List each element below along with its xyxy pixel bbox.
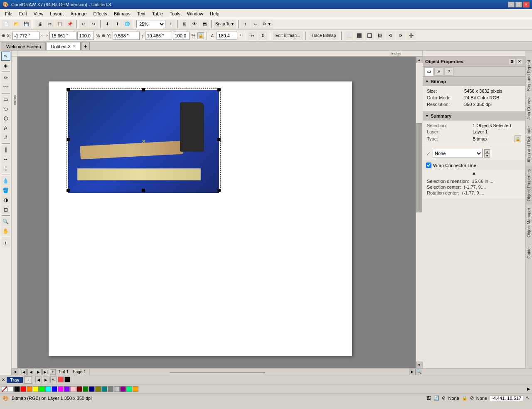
- page-last-button[interactable]: ▶|: [42, 369, 49, 375]
- zoom-in-button[interactable]: +: [166, 20, 175, 29]
- canvas-area[interactable]: ✕: [17, 57, 416, 368]
- bitmap-btn-5[interactable]: ⟲: [386, 31, 395, 40]
- handle-bm[interactable]: [142, 189, 145, 192]
- scroll-down-button[interactable]: ▼: [416, 362, 423, 368]
- connector-dropdown[interactable]: None: [433, 149, 483, 158]
- menu-edit[interactable]: Edit: [16, 10, 30, 17]
- scroll-up-button[interactable]: ▲: [416, 57, 423, 63]
- tray-color-black[interactable]: [64, 377, 70, 382]
- panel-tab-2[interactable]: S: [434, 67, 443, 76]
- polygon-tool[interactable]: ⬡: [1, 114, 10, 123]
- color-swatch-orange[interactable]: [27, 386, 32, 392]
- paste-button[interactable]: 📌: [65, 20, 74, 29]
- color-swatch-lime[interactable]: [126, 386, 132, 392]
- bitmap-object[interactable]: ✕: [68, 90, 219, 193]
- color-swatch-gray[interactable]: [108, 386, 113, 392]
- options-btn[interactable]: ⚙ ▼: [261, 20, 273, 29]
- no-color-swatch[interactable]: [2, 386, 7, 392]
- close-button[interactable]: ✕: [523, 2, 530, 7]
- open-button[interactable]: 📂: [12, 20, 21, 29]
- ellipse-tool[interactable]: ⬭: [1, 104, 10, 113]
- color-swatch-red[interactable]: [20, 386, 26, 392]
- shape-tool[interactable]: ◈: [1, 61, 10, 70]
- shadow-tool[interactable]: ◑: [1, 195, 10, 204]
- h-scroll-thumb[interactable]: [170, 372, 265, 373]
- menu-file[interactable]: File: [2, 10, 16, 17]
- color-swatch-green[interactable]: [39, 386, 45, 392]
- dimension-tool[interactable]: ↔: [1, 155, 10, 164]
- v-scroll-track[interactable]: [416, 63, 423, 362]
- menu-help[interactable]: Help: [207, 10, 223, 17]
- tray-color-red[interactable]: [58, 377, 64, 382]
- menu-effects[interactable]: Effects: [90, 10, 111, 17]
- bitmap-section-header[interactable]: Bitmap: [423, 77, 525, 86]
- color-swatch-black[interactable]: [14, 386, 20, 392]
- tab-guide[interactable]: Guide...: [526, 241, 532, 262]
- tab-add-button[interactable]: +: [81, 42, 90, 50]
- titlebar-controls[interactable]: − □ ✕: [508, 2, 530, 7]
- menu-view[interactable]: View: [30, 10, 47, 17]
- y-input[interactable]: [113, 32, 140, 40]
- w-input[interactable]: [49, 32, 76, 40]
- view-btn-1[interactable]: ⊞: [180, 20, 189, 29]
- color-swatch-magenta[interactable]: [58, 386, 64, 392]
- bitmap-btn-2[interactable]: ⬛: [355, 31, 364, 40]
- menu-window[interactable]: Window: [184, 10, 207, 17]
- scroll-right-button[interactable]: ▶: [409, 369, 416, 375]
- page-prev-button[interactable]: ◀: [27, 369, 34, 375]
- color-swatch-darkblue[interactable]: [89, 386, 95, 392]
- bitmap-btn-4[interactable]: 🖼: [375, 31, 384, 40]
- scroll-left-button[interactable]: ◀: [12, 369, 18, 375]
- color-swatch-gold[interactable]: [133, 386, 138, 392]
- cut-button[interactable]: ✂: [45, 20, 54, 29]
- panel-close-button[interactable]: ✕: [516, 58, 523, 65]
- color-swatch-silver[interactable]: [114, 386, 120, 392]
- view-btn-3[interactable]: ⬒: [200, 20, 209, 29]
- transparency-tool[interactable]: ◻: [1, 205, 10, 214]
- minimize-button[interactable]: −: [508, 2, 515, 7]
- h-input[interactable]: [145, 32, 172, 40]
- snap-btn[interactable]: Snap To ▼: [214, 20, 236, 29]
- eyedropper-tool[interactable]: 💧: [1, 176, 10, 185]
- menu-text[interactable]: Text: [134, 10, 149, 17]
- rectangle-tool[interactable]: ▭: [1, 95, 10, 104]
- flip-v-button[interactable]: ⇕: [258, 31, 267, 40]
- tab-align-distribute[interactable]: Align and Distribute: [526, 123, 532, 166]
- tab-untitled[interactable]: Untitled-3 ✕: [47, 42, 81, 50]
- connector-tool[interactable]: ⤵: [1, 164, 10, 173]
- menu-table[interactable]: Table: [149, 10, 166, 17]
- arrange-btn-2[interactable]: ↔: [251, 20, 260, 29]
- panel-expand-button[interactable]: ⊞: [509, 58, 515, 65]
- tab-join-curves[interactable]: Join Curves: [526, 94, 532, 123]
- maximize-button[interactable]: □: [515, 2, 522, 7]
- copy-button[interactable]: 📋: [55, 20, 64, 29]
- scale-h-input[interactable]: [173, 32, 190, 40]
- bitmap-btn-7[interactable]: ➕: [406, 31, 416, 40]
- bitmap-btn-6[interactable]: ⟳: [396, 31, 405, 40]
- menu-arrange[interactable]: Arrange: [67, 10, 90, 17]
- type-lock-icon[interactable]: 🔒: [515, 136, 521, 142]
- wrap-connector-checkbox[interactable]: [426, 163, 431, 168]
- page-first-button[interactable]: |◀: [20, 369, 27, 375]
- table-tool[interactable]: #: [1, 133, 10, 142]
- fill-tool[interactable]: 🪣: [1, 186, 10, 195]
- color-swatch-purple[interactable]: [64, 386, 70, 392]
- trace-bitmap-button[interactable]: Trace Bitmap: [308, 31, 339, 40]
- summary-section-header[interactable]: Summary: [423, 111, 525, 121]
- lock-ratio-button[interactable]: 🔒: [197, 32, 204, 39]
- text-tool[interactable]: A: [1, 123, 10, 133]
- handle-br[interactable]: [217, 189, 221, 192]
- panel-tab-1[interactable]: 🏷: [424, 67, 433, 76]
- menu-tools[interactable]: Tools: [166, 10, 184, 17]
- panel-tab-3[interactable]: ?: [444, 67, 453, 76]
- handle-tl[interactable]: [66, 88, 70, 91]
- vertical-scrollbar[interactable]: ▲ ▼: [416, 57, 422, 368]
- pan-tool[interactable]: ✋: [1, 227, 10, 236]
- color-swatch-teal[interactable]: [101, 386, 107, 392]
- tray-close-icon[interactable]: ✕: [2, 377, 5, 382]
- tray-forward-button[interactable]: ▶: [43, 377, 49, 383]
- tray-select-button[interactable]: ↖: [50, 377, 57, 383]
- publish-button[interactable]: 🌐: [123, 20, 132, 29]
- edit-bitmap-button[interactable]: Edit Bitmap...: [273, 31, 303, 40]
- color-swatch-darkgreen[interactable]: [83, 386, 89, 392]
